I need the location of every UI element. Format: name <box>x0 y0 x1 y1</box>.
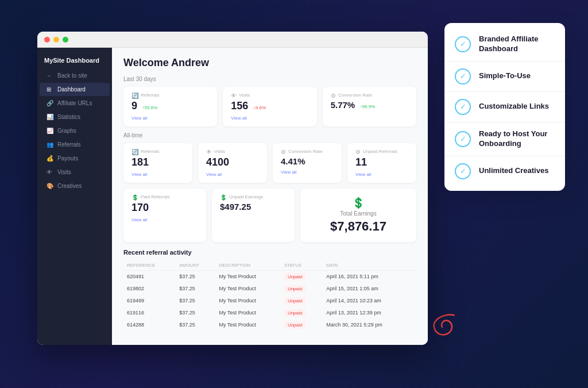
alltime-unpaid-earnings-value: $497.25 <box>220 202 287 212</box>
browser-window: MySite Dashboard ← Back to site ⊞ Dashbo… <box>37 32 428 345</box>
cell-description: My Test Product <box>215 271 280 283</box>
conversion-stat-icon: ⚙ <box>331 93 336 99</box>
alltime-paid-referrals-label: Paid Referrals <box>141 194 170 199</box>
alltime-conversion-value: 4.41% <box>281 156 334 166</box>
back-icon: ← <box>47 72 53 79</box>
table-row: 614288 $37.25 My Test Product Unpaid Mar… <box>123 319 416 331</box>
feature-item-branded-dashboard: ✓ Branded Affiliate Dashboard <box>444 28 565 62</box>
last30-referrals-viewall[interactable]: View all <box>131 116 209 121</box>
main-content: Welcome Andrew Last 30 days 🔄 Referrals … <box>112 48 428 345</box>
table-row: 619116 $37.25 My Test Product Unpaid Apr… <box>123 307 416 319</box>
alltime-cards-row2: 💲 Paid Referrals 170 View all 💲 Unpaid E… <box>123 189 416 242</box>
last30-visits-value: 156 <box>231 100 248 112</box>
last30-referrals-value: 9 <box>131 100 137 112</box>
last30-visits-label: Visits <box>239 93 250 98</box>
cell-reference: 614288 <box>123 319 176 331</box>
alltime-visits-card: 👁 Visits 4100 View all <box>198 143 267 183</box>
browser-titlebar <box>37 32 428 48</box>
visits-icon: 👁 <box>47 169 53 175</box>
sidebar-item-back[interactable]: ← Back to site <box>40 69 110 82</box>
alltime-unpaid-earnings-label: Unpaid Earnings <box>229 194 263 199</box>
cell-date: April 14, 2021 10:23 am <box>323 295 416 307</box>
alltime-conversion-label: Conversion Rate <box>288 149 323 154</box>
cell-reference: 619499 <box>123 295 176 307</box>
alltime-visits-viewall[interactable]: View all <box>206 172 259 177</box>
sidebar-item-creatives[interactable]: 🎨 Creatives <box>40 179 110 193</box>
table-row: 620491 $37.25 My Test Product Unpaid Apr… <box>123 271 416 283</box>
creatives-icon: 🎨 <box>47 183 53 189</box>
sidebar-item-affiliate-urls[interactable]: 🔗 Affiliate URLs <box>40 97 110 110</box>
feature-text-simple-to-use: Simple-To-Use <box>479 71 531 81</box>
alltime-unpaid-ref-viewall[interactable]: View all <box>355 172 408 177</box>
graphs-icon: 📈 <box>47 128 53 134</box>
payouts-icon: 💰 <box>47 155 53 162</box>
at-referrals-icon: 🔄 <box>131 149 138 155</box>
feature-item-unlimited-creatives: ✓ Unlimited Creatives <box>444 156 565 186</box>
sidebar: MySite Dashboard ← Back to site ⊞ Dashbo… <box>37 48 112 345</box>
sidebar-item-visits[interactable]: 👁 Visits <box>40 166 110 179</box>
cell-reference: 620491 <box>123 271 176 283</box>
cell-status: Unpaid <box>281 295 323 307</box>
last30-cards: 🔄 Referrals 9 ↑55.6% View all 👁 Visits <box>123 87 416 126</box>
cell-status: Unpaid <box>281 271 323 283</box>
cell-description: My Test Product <box>215 283 280 295</box>
check-icon: ✓ <box>455 99 471 115</box>
alltime-visits-value: 4100 <box>206 156 259 168</box>
last30-referrals-change: ↑55.6% <box>142 105 157 110</box>
alltime-cards-row1: 🔄 Referrals 181 View all 👁 Visits 4100 V… <box>123 143 416 183</box>
close-button[interactable] <box>44 37 50 43</box>
alltime-unpaid-referrals-value: 11 <box>355 156 408 168</box>
cell-date: April 15, 2021 1:05 am <box>323 283 416 295</box>
cell-amount: $37.25 <box>176 307 215 319</box>
visits-stat-icon: 👁 <box>231 93 237 99</box>
cell-status: Unpaid <box>281 307 323 319</box>
last30-visits-viewall[interactable]: View all <box>231 116 308 121</box>
col-amount: AMOUNT <box>176 260 215 271</box>
alltime-unpaid-referrals-card: ⚙ Unpaid Referrals 11 View all <box>347 143 416 183</box>
at-unpaid-earn-icon: 💲 <box>220 194 227 201</box>
last30-conversion-label: Conversion Rate <box>338 93 373 98</box>
cell-date: March 30, 2021 5:29 pm <box>323 319 416 331</box>
alltime-conversion-card: ⚙ Conversion Rate 4.41% View all <box>273 143 342 183</box>
sidebar-item-payouts[interactable]: 💰 Payouts <box>40 152 110 165</box>
alltime-visits-label: Visits <box>214 149 225 154</box>
alltime-unpaid-earnings-card: 💲 Unpaid Earnings $497.25 <box>212 189 295 242</box>
alltime-referrals-label: Referrals <box>141 149 159 154</box>
table-row: 619802 $37.25 My Test Product Unpaid Apr… <box>123 283 416 295</box>
swirl-decoration <box>424 310 465 339</box>
cell-description: My Test Product <box>215 319 280 331</box>
sidebar-item-referrals[interactable]: 👥 Referrals <box>40 138 110 151</box>
cell-amount: $37.25 <box>176 271 215 283</box>
alltime-paid-referrals-value: 170 <box>131 202 198 214</box>
alltime-conversion-viewall[interactable]: View all <box>281 170 334 175</box>
sidebar-brand: MySite Dashboard <box>37 52 112 68</box>
cell-amount: $37.25 <box>176 283 215 295</box>
alltime-referrals-viewall[interactable]: View all <box>131 172 184 177</box>
sidebar-item-statistics[interactable]: 📊 Statistics <box>40 110 110 124</box>
sidebar-item-dashboard[interactable]: ⊞ Dashboard <box>40 83 110 96</box>
alltime-label: All-time <box>123 132 416 139</box>
last30-referrals-card: 🔄 Referrals 9 ↑55.6% View all <box>123 87 217 126</box>
feature-item-customizable-links: ✓ Customizable Links <box>444 92 565 122</box>
dashboard-icon: ⊞ <box>47 86 53 93</box>
table-title: Recent referral activity <box>123 249 416 256</box>
maximize-button[interactable] <box>63 37 68 43</box>
cell-status: Unpaid <box>281 283 323 295</box>
minimize-button[interactable] <box>53 37 59 43</box>
sidebar-item-graphs[interactable]: 📈 Graphs <box>40 124 110 137</box>
last30-conversion-change: ↑99.9% <box>360 104 376 109</box>
last30-conversion-card: ⚙ Conversion Rate 5.77% ↑99.9% <box>323 87 416 126</box>
check-icon: ✓ <box>455 163 471 179</box>
at-visits-icon: 👁 <box>206 149 212 155</box>
referrals-icon: 👥 <box>47 141 53 148</box>
total-earnings-card: 💲 Total Earnings $7,876.17 <box>300 189 416 242</box>
feature-panel: ✓ Branded Affiliate Dashboard ✓ Simple-T… <box>444 23 565 191</box>
check-icon: ✓ <box>455 131 471 147</box>
alltime-paid-ref-viewall[interactable]: View all <box>131 217 198 222</box>
col-description: DESCRIPTION <box>215 260 280 271</box>
feature-text-ready-to-host: Ready to Host Your Onboarding <box>479 129 555 149</box>
cell-status: Unpaid <box>281 319 323 331</box>
at-unpaid-ref-icon: ⚙ <box>355 149 361 155</box>
col-status: STATUS <box>281 260 323 271</box>
total-earnings-icon: 💲 <box>352 197 365 209</box>
